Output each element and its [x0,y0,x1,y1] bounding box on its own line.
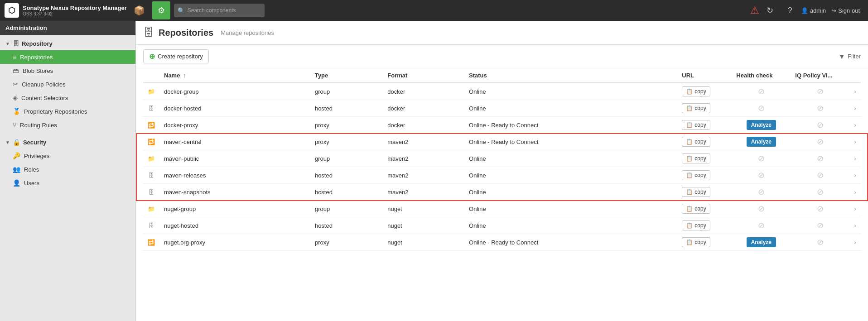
sidebar-item-proprietary-repositories[interactable]: 🏅 Proprietary Repositories [0,105,135,118]
table-row[interactable]: 🗄docker-hostedhosteddockerOnline📋 copy⊘⊘… [143,100,861,117]
row-chevron-cell[interactable]: › [849,100,861,117]
sidebar-item-privileges[interactable]: 🔑 Privileges [0,149,135,163]
help-icon-btn[interactable]: ? [781,1,799,19]
admin-icon-btn[interactable]: ⚙ [152,1,170,19]
chevron-right-icon: › [854,138,856,145]
proprietary-label: Proprietary Repositories [24,108,87,115]
iq-policy-cell: ⊘ [791,184,849,201]
user-menu[interactable]: 👤 admin [801,7,826,14]
browse-icon-btn[interactable]: 📦 [130,1,149,19]
repo-status: Online [464,100,677,117]
table-header-row: Name ↑ Type Format Status URL Health che… [143,68,861,83]
alert-icon[interactable]: ⚠ [750,5,759,16]
repo-url-cell: 📋 copy [677,83,732,100]
repo-type: group [310,83,383,100]
chevron-right-icon: › [854,172,856,179]
repo-type: hosted [310,100,383,117]
iq-policy-cell: ⊘ [791,150,849,167]
sidebar-item-repositories[interactable]: ≡ Repositories [0,50,135,64]
repo-status: Online [464,150,677,167]
sidebar-item-roles[interactable]: 👥 Roles [0,163,135,176]
copy-url-btn[interactable]: 📋 copy [682,137,710,147]
repo-format: docker [383,117,464,134]
table-row[interactable]: 🗄maven-releaseshostedmaven2Online📋 copy⊘… [143,167,861,184]
iq-policy-cell: ⊘ [791,134,849,150]
repo-arrow-icon: ▼ [5,41,10,46]
topnav: ⬡ Sonatype Nexus Repository Manager OSS … [0,0,868,21]
users-label: Users [24,180,39,187]
table-row[interactable]: 🔁maven-centralproxymaven2Online - Ready … [143,134,861,150]
health-check-cell: ⊘ [732,201,791,217]
row-chevron-cell[interactable]: › [849,234,861,251]
app-logo: ⬡ Sonatype Nexus Repository Manager OSS … [5,3,127,18]
sidebar-group-repository[interactable]: ▼ 🗄 Repository [0,37,135,50]
table-row[interactable]: 📁maven-publicgroupmaven2Online📋 copy⊘⊘› [143,150,861,167]
table-row[interactable]: 📁nuget-groupgroupnugetOnline📋 copy⊘⊘› [143,201,861,217]
table-row[interactable]: 🗄nuget-hostedhostednugetOnline📋 copy⊘⊘› [143,217,861,234]
copy-url-btn[interactable]: 📋 copy [682,220,710,230]
table-row[interactable]: 🗄maven-snapshotshostedmaven2Online📋 copy… [143,184,861,201]
copy-url-btn[interactable]: 📋 copy [682,120,710,130]
copy-icon: 📋 [686,239,693,245]
health-check-cell: ⊘ [732,83,791,100]
copy-icon: 📋 [686,139,693,145]
row-chevron-cell[interactable]: › [849,83,861,100]
repo-format: docker [383,83,464,100]
copy-url-btn[interactable]: 📋 copy [682,187,710,197]
repo-type: hosted [310,167,383,184]
copy-url-btn[interactable]: 📋 copy [682,86,710,96]
copy-icon: 📋 [686,155,693,162]
row-chevron-cell[interactable]: › [849,217,861,234]
col-name [143,68,159,83]
copy-url-btn[interactable]: 📋 copy [682,204,710,214]
refresh-icon-btn[interactable]: ↻ [761,1,779,19]
repo-name: maven-releases [159,167,310,184]
health-check-cell: ⊘ [732,150,791,167]
search-bar: 🔍 [174,4,265,17]
toolbar: ⊕ Create repository ▼ Filter [136,45,868,68]
col-url: URL [677,68,732,83]
sidebar-item-blob-stores[interactable]: 🗃 Blob Stores [0,64,135,77]
repo-type: hosted [310,184,383,201]
row-chevron-cell[interactable]: › [849,117,861,134]
sidebar-item-content-selectors[interactable]: ◈ Content Selectors [0,91,135,105]
row-chevron-cell[interactable]: › [849,134,861,150]
proprietary-icon: 🏅 [13,108,20,115]
repo-header-icon: 🗄 [143,26,154,39]
repo-name: nuget.org-proxy [159,234,310,251]
repo-type-icon: 🔁 [143,117,159,134]
health-check-cell: Analyze [732,234,791,251]
row-chevron-cell[interactable]: › [849,150,861,167]
col-name-label[interactable]: Name ↑ [159,68,310,83]
table-row[interactable]: 🔁docker-proxyproxydockerOnline - Ready t… [143,117,861,134]
row-chevron-cell[interactable]: › [849,201,861,217]
table-row[interactable]: 🔁nuget.org-proxyproxynugetOnline - Ready… [143,234,861,251]
copy-icon: 📋 [686,88,693,95]
create-repository-btn[interactable]: ⊕ Create repository [143,49,209,63]
row-chevron-cell[interactable]: › [849,167,861,184]
row-chevron-cell[interactable]: › [849,184,861,201]
copy-url-btn[interactable]: 📋 copy [682,153,710,163]
repo-type-icon: 📁 [143,150,159,167]
analyze-btn[interactable]: Analyze [747,120,776,130]
search-input[interactable] [188,7,261,14]
repo-type-icon: 📁 [143,83,159,100]
iq-disabled-icon: ⊘ [817,104,824,113]
copy-url-btn[interactable]: 📋 copy [682,237,710,247]
health-disabled-icon: ⊘ [758,187,765,196]
copy-url-btn[interactable]: 📋 copy [682,103,710,113]
sidebar-group-security[interactable]: ▼ 🔒 Security [0,135,135,149]
iq-disabled-icon: ⊘ [817,221,824,230]
copy-url-btn[interactable]: 📋 copy [682,170,710,180]
signout-btn[interactable]: ↪ Sign out [828,5,863,16]
table-row[interactable]: 📁docker-groupgroupdockerOnline📋 copy⊘⊘› [143,83,861,100]
sidebar-item-routing-rules[interactable]: ⑂ Routing Rules [0,118,135,132]
sidebar-item-users[interactable]: 👤 Users [0,176,135,190]
routing-label: Routing Rules [20,122,57,129]
analyze-btn[interactable]: Analyze [747,137,776,147]
repo-group-label: Repository [22,40,53,47]
col-format: Format [383,68,464,83]
sidebar-item-cleanup-policies[interactable]: ✂ Cleanup Policies [0,77,135,91]
repo-format: maven2 [383,167,464,184]
analyze-btn[interactable]: Analyze [747,237,776,247]
